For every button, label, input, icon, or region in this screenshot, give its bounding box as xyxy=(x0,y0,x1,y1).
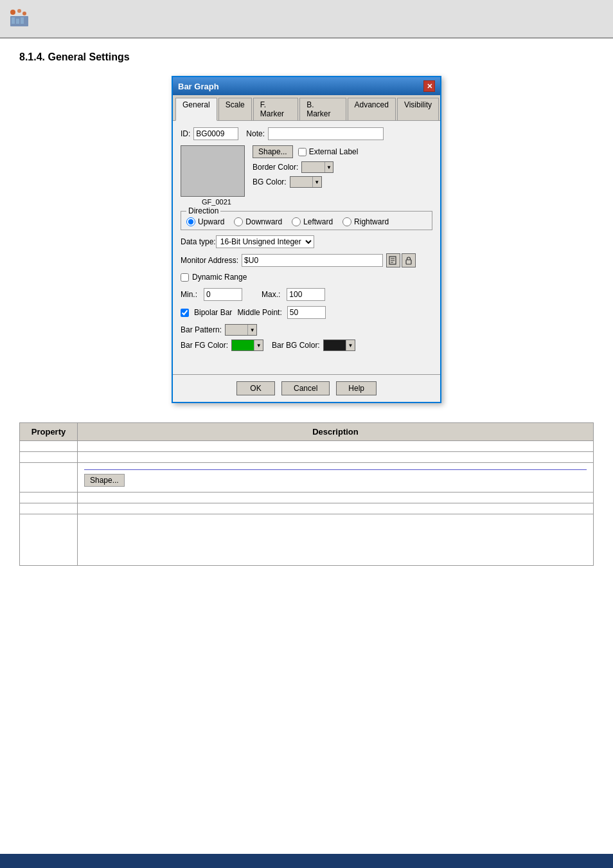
monitor-address-input[interactable] xyxy=(242,254,383,267)
direction-leftward[interactable]: Leftward xyxy=(292,217,333,226)
direction-upward-radio[interactable] xyxy=(186,217,195,226)
bar-fg-arrow[interactable]: ▼ xyxy=(254,340,263,350)
preview-controls: Shape... External Label Border Color: ▼ xyxy=(253,145,358,206)
table-row xyxy=(20,493,594,503)
tab-advanced[interactable]: Advanced xyxy=(348,98,396,120)
direction-radios: Upward Downward Leftward Rightward xyxy=(186,217,427,226)
table-row: Shape... xyxy=(20,463,594,493)
external-label-row: External Label xyxy=(298,147,359,156)
bottom-bar xyxy=(0,854,613,868)
id-input[interactable] xyxy=(193,127,238,140)
note-input[interactable] xyxy=(268,127,384,140)
tab-scale[interactable]: Scale xyxy=(218,98,252,120)
cancel-button[interactable]: Cancel xyxy=(281,381,330,395)
direction-downward[interactable]: Downward xyxy=(234,217,282,226)
bar-bg-arrow[interactable]: ▼ xyxy=(346,340,355,350)
svg-rect-11 xyxy=(406,260,411,264)
bar-bg-color-picker[interactable]: ▼ xyxy=(323,339,355,351)
tab-general[interactable]: General xyxy=(175,98,217,121)
border-color-swatch xyxy=(302,162,324,172)
bg-color-swatch xyxy=(290,177,312,187)
description-cell: Shape... xyxy=(78,463,594,493)
bar-fg-swatch xyxy=(232,340,254,350)
tab-f-marker[interactable]: F. Marker xyxy=(253,98,298,120)
top-bar xyxy=(0,0,613,39)
dynamic-range-label: Dynamic Range xyxy=(192,273,247,282)
bg-color-picker[interactable]: ▼ xyxy=(290,176,322,188)
data-type-row: Data type: 16-Bit Unsigned Integer xyxy=(181,235,432,248)
bar-colors-row: Bar FG Color: ▼ Bar BG Color: ▼ xyxy=(181,339,432,351)
direction-legend: Direction xyxy=(186,206,220,215)
border-color-arrow[interactable]: ▼ xyxy=(324,162,333,172)
ok-button[interactable]: OK xyxy=(236,381,275,395)
bar-pattern-picker[interactable]: ▼ xyxy=(225,324,257,336)
app-icon xyxy=(6,6,32,32)
dynamic-range-checkbox[interactable] xyxy=(181,273,189,282)
description-underline xyxy=(84,468,587,470)
table-row xyxy=(20,441,594,452)
minmax-row: Min.: Max.: xyxy=(181,288,432,301)
bar-pattern-row: Bar Pattern: ▼ xyxy=(181,324,432,336)
table-row xyxy=(20,452,594,463)
dialog-close-button[interactable]: ✕ xyxy=(423,80,435,92)
monitor-address-label: Monitor Address: xyxy=(181,256,238,265)
property-cell xyxy=(20,514,78,566)
bar-fg-color-picker[interactable]: ▼ xyxy=(231,339,263,351)
property-column-header: Property xyxy=(20,423,78,441)
dialog-tabs: General Scale F. Marker B. Marker Advanc… xyxy=(173,95,440,121)
data-type-label: Data type: xyxy=(181,237,216,246)
property-cell xyxy=(20,503,78,514)
middle-point-label: Middle Point: xyxy=(237,308,281,317)
external-label-text: External Label xyxy=(309,147,359,156)
tab-visibility[interactable]: Visibility xyxy=(397,98,439,120)
table-row xyxy=(20,503,594,514)
direction-leftward-label: Leftward xyxy=(303,217,333,226)
bar-pattern-label: Bar Pattern: xyxy=(181,325,222,334)
border-color-label: Border Color: xyxy=(253,163,298,172)
dialog-body: ID: Note: GF_0021 Shape... xyxy=(173,121,440,374)
lock-button[interactable] xyxy=(402,253,416,267)
description-column-header: Description xyxy=(78,423,594,441)
shape-link-button[interactable]: Shape... xyxy=(84,474,125,487)
max-input[interactable] xyxy=(287,288,325,301)
bar-pattern-arrow[interactable]: ▼ xyxy=(247,325,256,335)
bar-bg-color-label: Bar BG Color: xyxy=(272,341,320,350)
shape-row: Shape... External Label xyxy=(253,145,358,158)
bg-color-row: BG Color: ▼ xyxy=(253,176,358,188)
tab-b-marker[interactable]: B. Marker xyxy=(299,98,346,120)
bar-pattern-swatch xyxy=(226,325,247,335)
direction-upward[interactable]: Upward xyxy=(186,217,224,226)
address-book-button[interactable] xyxy=(386,253,400,267)
property-cell xyxy=(20,441,78,452)
dialog-footer: OK Cancel Help xyxy=(173,374,440,402)
border-color-picker[interactable]: ▼ xyxy=(301,161,333,173)
help-button[interactable]: Help xyxy=(336,381,377,395)
bar-fg-color-label: Bar FG Color: xyxy=(181,341,228,350)
dynamic-range-row: Dynamic Range xyxy=(181,273,432,282)
property-cell xyxy=(20,463,78,493)
shape-button[interactable]: Shape... xyxy=(253,145,293,158)
direction-rightward[interactable]: Rightward xyxy=(342,217,389,226)
data-type-select[interactable]: 16-Bit Unsigned Integer xyxy=(216,235,314,248)
middle-point-input[interactable] xyxy=(287,306,326,319)
preview-area: GF_0021 xyxy=(181,145,253,206)
page-content: 8.1.4. General Settings Bar Graph ✕ Gene… xyxy=(0,39,613,579)
svg-rect-6 xyxy=(21,17,24,24)
bipolar-bar-checkbox[interactable] xyxy=(181,309,189,317)
dialog-title: Bar Graph xyxy=(178,82,219,91)
note-label: Note: xyxy=(246,129,265,138)
direction-downward-radio[interactable] xyxy=(234,217,243,226)
preview-label: GF_0021 xyxy=(181,198,253,206)
preview-box xyxy=(181,145,245,197)
description-cell xyxy=(78,452,594,463)
bg-color-arrow[interactable]: ▼ xyxy=(312,177,321,187)
direction-rightward-radio[interactable] xyxy=(342,217,351,226)
dialog-titlebar: Bar Graph ✕ xyxy=(173,77,440,95)
direction-downward-label: Downward xyxy=(245,217,282,226)
description-cell xyxy=(78,441,594,452)
direction-leftward-radio[interactable] xyxy=(292,217,301,226)
direction-upward-label: Upward xyxy=(198,217,224,226)
external-label-checkbox[interactable] xyxy=(298,148,306,156)
bipolar-bar-label: Bipolar Bar xyxy=(194,308,232,317)
min-input[interactable] xyxy=(204,288,242,301)
